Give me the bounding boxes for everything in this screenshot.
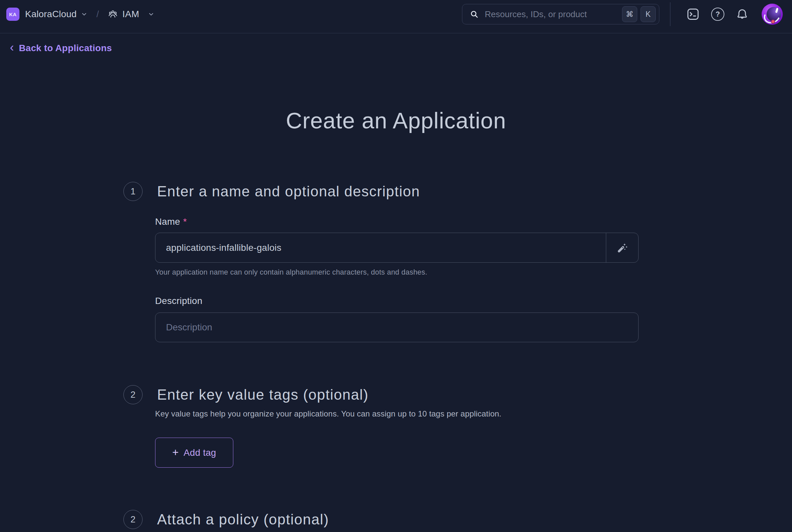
step-tags-header: 2 Enter key value tags (optional) bbox=[123, 385, 369, 404]
notifications-button[interactable] bbox=[736, 7, 749, 21]
name-label: Name* bbox=[155, 216, 187, 227]
step-number-badge: 2 bbox=[123, 510, 142, 529]
add-tag-label: Add tag bbox=[183, 448, 216, 458]
step-number-badge: 2 bbox=[123, 385, 142, 404]
generate-name-button[interactable] bbox=[606, 233, 638, 262]
org-name: KaloraCloud bbox=[25, 9, 77, 19]
step-heading: Enter a name and optional description bbox=[157, 183, 420, 200]
user-avatar[interactable] bbox=[761, 4, 783, 25]
chevron-down-icon bbox=[80, 11, 88, 18]
plus-icon: + bbox=[172, 447, 178, 458]
step-number-badge: 1 bbox=[123, 182, 142, 201]
step-name-header: 1 Enter a name and optional description bbox=[123, 182, 420, 201]
name-input-group bbox=[155, 233, 639, 263]
search-input[interactable] bbox=[485, 9, 619, 19]
command-keycap: ⌘ bbox=[622, 6, 637, 22]
terminal-icon bbox=[686, 7, 700, 21]
back-to-applications-link[interactable]: ‹ Back to Applications bbox=[10, 43, 112, 54]
step-heading: Enter key value tags (optional) bbox=[157, 386, 369, 403]
search-icon bbox=[469, 10, 479, 19]
page-title: Create an Application bbox=[0, 108, 792, 133]
description-label: Description bbox=[155, 296, 202, 306]
nav-divider bbox=[670, 2, 671, 26]
nav-breadcrumb: KA KaloraCloud / IAM bbox=[6, 7, 155, 21]
back-link-label: Back to Applications bbox=[19, 43, 112, 54]
magic-wand-icon bbox=[616, 242, 628, 254]
required-marker: * bbox=[183, 216, 187, 227]
tags-subtitle: Key value tags help you organize your ap… bbox=[155, 409, 501, 418]
org-dropdown[interactable]: KaloraCloud bbox=[19, 9, 88, 19]
global-search[interactable]: ⌘ K bbox=[462, 4, 659, 24]
add-tag-button[interactable]: + Add tag bbox=[155, 438, 233, 468]
help-button[interactable]: ? bbox=[711, 7, 725, 21]
k-keycap: K bbox=[640, 6, 656, 22]
name-label-text: Name bbox=[155, 216, 180, 227]
service-name: IAM bbox=[122, 9, 139, 19]
chevron-left-icon: ‹ bbox=[10, 43, 14, 52]
description-input[interactable] bbox=[155, 312, 639, 342]
bell-icon bbox=[736, 7, 749, 21]
nav-actions: ⌘ K ? bbox=[462, 2, 783, 26]
help-icon: ? bbox=[711, 7, 725, 21]
top-nav: KA KaloraCloud / IAM bbox=[0, 0, 792, 33]
service-dropdown[interactable]: IAM bbox=[108, 9, 155, 19]
name-input[interactable] bbox=[155, 233, 606, 262]
step-policy-header: 2 Attach a policy (optional) bbox=[123, 510, 329, 529]
org-logo[interactable]: KA bbox=[6, 7, 19, 21]
cloud-shell-button[interactable] bbox=[686, 7, 700, 21]
breadcrumb-separator: / bbox=[96, 9, 99, 19]
step-heading: Attach a policy (optional) bbox=[157, 511, 329, 528]
user-group-icon bbox=[108, 9, 118, 19]
chevron-down-icon bbox=[148, 11, 155, 18]
avatar-dot bbox=[771, 19, 775, 24]
name-help-text: Your application name can only contain a… bbox=[155, 268, 427, 277]
